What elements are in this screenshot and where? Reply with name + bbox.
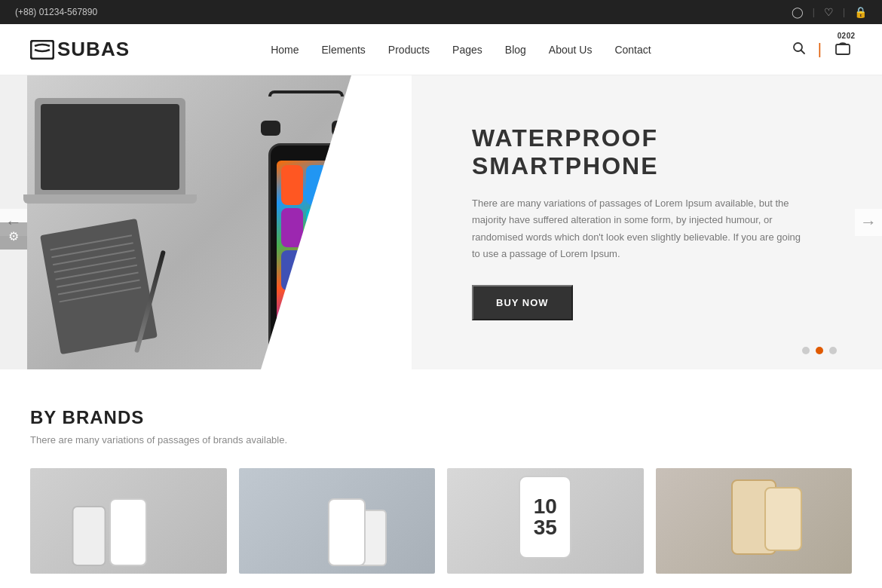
brand-card-3[interactable]: 10 35: [447, 468, 644, 574]
nav-item-about[interactable]: About Us: [549, 44, 593, 56]
brand-card-2[interactable]: [239, 468, 436, 574]
hero-slider: ⚙ ←: [0, 75, 882, 369]
cart-area[interactable]: 02 02: [834, 41, 852, 59]
header-right: | 02 02: [792, 41, 852, 59]
phone-mini-5: 10 35: [519, 476, 571, 559]
top-bar-phone: (+88) 01234-567890: [15, 7, 97, 17]
svg-line-2: [801, 50, 804, 54]
logo[interactable]: SUBAS: [30, 38, 130, 61]
hero-buy-button[interactable]: BUY NOW: [472, 285, 573, 320]
header: SUBAS Home Elements Products Pages Blog …: [0, 24, 882, 75]
nav-item-contact[interactable]: Contact: [614, 44, 651, 56]
top-bar: (+88) 01234-567890 ◯ | ♡ | 🔒: [0, 0, 882, 24]
svg-rect-3: [836, 44, 850, 54]
nav-item-pages[interactable]: Pages: [452, 44, 482, 56]
cart-count-display: 02: [847, 32, 855, 40]
svg-rect-0: [31, 41, 54, 59]
nav-item-elements[interactable]: Elements: [321, 44, 365, 56]
brand-card-4[interactable]: [656, 468, 853, 574]
cart-count: 02: [838, 32, 846, 40]
main-nav: Home Elements Products Pages Blog About …: [271, 44, 651, 56]
clock-display: 10 35: [534, 496, 557, 538]
slider-dot-1[interactable]: [802, 347, 810, 354]
brands-section: BY BRANDS There are many variations of p…: [0, 369, 882, 588]
brand-cards: 10 35: [30, 468, 852, 574]
hero-image: [27, 75, 412, 369]
phone-mini-7: [764, 487, 802, 551]
search-icon[interactable]: [792, 41, 806, 58]
slider-dot-2[interactable]: [816, 347, 823, 354]
hero-content: WATERPROOF SMARTPHONE There are many var…: [412, 75, 882, 369]
brands-description: There are many variations of passages of…: [30, 434, 852, 446]
phone-mini-4: [328, 498, 366, 566]
hero-title: WATERPROOF SMARTPHONE: [472, 124, 837, 180]
brand-card-1[interactable]: [30, 468, 227, 574]
laptop-shape: [35, 98, 185, 196]
settings-button[interactable]: ⚙: [0, 222, 27, 250]
phone-mini-1: [72, 506, 106, 566]
phone-mini-2: [109, 498, 147, 566]
slider-next-button[interactable]: →: [855, 209, 882, 236]
header-divider: |: [818, 41, 822, 58]
brands-title: BY BRANDS: [30, 407, 852, 428]
slider-dots: [802, 347, 837, 354]
lock-icon[interactable]: 🔒: [854, 6, 867, 18]
nav-item-products[interactable]: Products: [388, 44, 430, 56]
cart-icon: [834, 41, 852, 56]
hero-description: There are many variations of passages of…: [472, 195, 804, 262]
slider-dot-3[interactable]: [829, 347, 837, 354]
nav-item-home[interactable]: Home: [271, 44, 299, 56]
logo-text: SUBAS: [57, 38, 130, 61]
heart-icon[interactable]: ♡: [824, 6, 834, 18]
user-icon[interactable]: ◯: [792, 6, 804, 18]
top-bar-icons: ◯ | ♡ | 🔒: [792, 6, 867, 18]
nav-item-blog[interactable]: Blog: [505, 44, 526, 56]
